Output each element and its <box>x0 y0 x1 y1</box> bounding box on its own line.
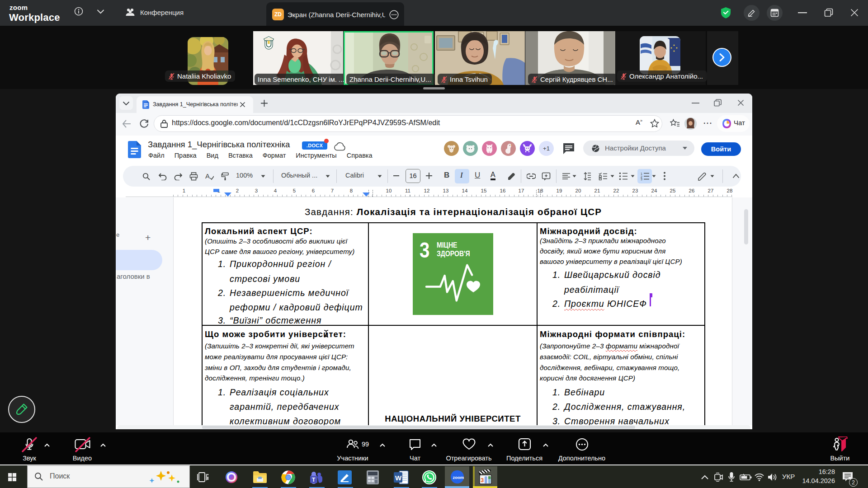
svg-text:3: 3 <box>641 178 642 180</box>
svg-text:МІЦНЕ: МІЦНЕ <box>437 241 457 249</box>
svg-text:zoom: zoom <box>453 475 464 480</box>
svg-text:3: 3 <box>481 477 484 483</box>
svg-text:ЗДОРОВ'Я: ЗДОРОВ'Я <box>437 250 470 258</box>
svg-text:A: A <box>205 172 210 180</box>
svg-text:3: 3 <box>420 237 429 262</box>
svg-text:W: W <box>395 474 402 482</box>
svg-text:T: T <box>312 477 316 483</box>
